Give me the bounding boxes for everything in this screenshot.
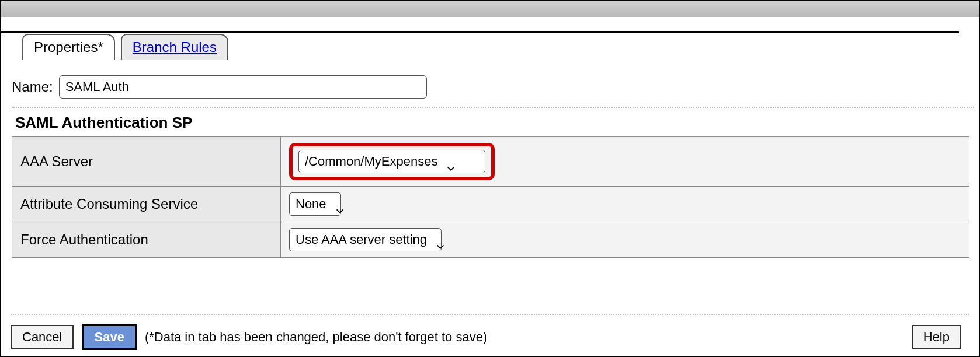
tab-properties[interactable]: Properties*: [22, 34, 115, 60]
label-aaa-server: AAA Server: [12, 137, 281, 187]
value-acs: None: [281, 187, 969, 222]
help-button[interactable]: Help: [912, 325, 961, 349]
acs-select[interactable]: None: [289, 192, 341, 216]
cancel-button[interactable]: Cancel: [11, 325, 74, 349]
footer: Cancel Save (*Data in tab has been chang…: [1, 307, 979, 350]
row-force-auth: Force Authentication Use AAA server sett…: [12, 222, 969, 258]
section-title: SAML Authentication SP: [15, 114, 974, 132]
force-auth-select[interactable]: Use AAA server setting: [289, 228, 442, 251]
label-acs: Attribute Consuming Service: [12, 187, 281, 222]
tab-branch-rules-link[interactable]: Branch Rules: [133, 39, 217, 55]
name-label: Name:: [12, 79, 53, 95]
row-aaa-server: AAA Server /Common/MyExpenses: [12, 137, 969, 187]
divider-top: [12, 107, 974, 108]
name-input[interactable]: [59, 75, 427, 99]
aaa-server-value: /Common/MyExpenses: [305, 154, 437, 169]
properties-table: AAA Server /Common/MyExpenses Attribute …: [12, 136, 969, 258]
tabstrip-underline: [1, 32, 959, 33]
titlebar: [1, 1, 979, 18]
divider-footer: [11, 314, 969, 315]
config-window: Properties* Branch Rules Name: SAML Auth…: [0, 0, 980, 357]
label-force-auth: Force Authentication: [12, 222, 281, 258]
value-aaa-server: /Common/MyExpenses: [281, 137, 969, 187]
tab-branch-rules[interactable]: Branch Rules: [121, 34, 228, 60]
aaa-server-select[interactable]: /Common/MyExpenses: [298, 150, 485, 173]
aaa-server-highlight: /Common/MyExpenses: [289, 143, 495, 180]
save-button[interactable]: Save: [82, 324, 136, 350]
row-acs: Attribute Consuming Service None: [12, 187, 969, 222]
force-auth-value: Use AAA server setting: [296, 232, 427, 247]
footer-row: Cancel Save (*Data in tab has been chang…: [11, 324, 969, 350]
value-force-auth: Use AAA server setting: [281, 222, 969, 258]
content-area: Properties* Branch Rules Name: SAML Auth…: [1, 18, 979, 258]
acs-value: None: [296, 197, 326, 212]
tab-properties-label: Properties*: [34, 39, 103, 55]
tabstrip: Properties* Branch Rules: [22, 33, 974, 61]
name-row: Name:: [12, 75, 974, 99]
unsaved-message: (*Data in tab has been changed, please d…: [145, 330, 487, 345]
